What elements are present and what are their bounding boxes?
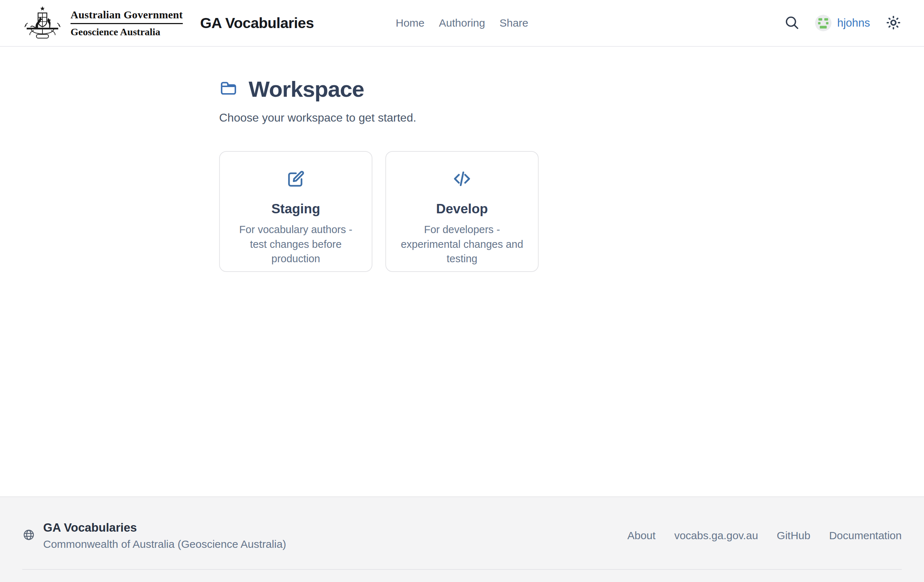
- footer-subtitle: Commonwealth of Australia (Geoscience Au…: [43, 538, 286, 550]
- footer-link-github[interactable]: GitHub: [777, 529, 810, 542]
- card-develop[interactable]: Develop For developers - experimental ch…: [385, 151, 539, 272]
- australian-coat-of-arms-icon: [22, 5, 63, 41]
- identicon-avatar: [815, 15, 832, 31]
- sun-icon: [885, 15, 902, 32]
- footer-link-about[interactable]: About: [627, 529, 655, 542]
- card-description: For developers - experimental changes an…: [398, 222, 526, 266]
- government-lockup: Australian Government Geoscience Austral…: [71, 9, 183, 37]
- page-footer: GA Vocabularies Commonwealth of Australi…: [0, 496, 924, 582]
- lockup-line1: Australian Government: [71, 9, 183, 24]
- nav-authoring[interactable]: Authoring: [439, 17, 485, 29]
- edit-pencil-square-icon: [231, 168, 361, 189]
- page-subtitle: Choose your workspace to get started.: [219, 111, 705, 124]
- footer-divider: [22, 569, 902, 570]
- search-icon: [784, 15, 800, 32]
- card-staging[interactable]: Staging For vocabulary authors - test ch…: [219, 151, 373, 272]
- footer-link-documentation[interactable]: Documentation: [829, 529, 902, 542]
- workspace-cards: Staging For vocabulary authors - test ch…: [219, 151, 705, 272]
- username[interactable]: hjohns: [837, 16, 870, 30]
- code-icon: [397, 168, 527, 189]
- brand-logo[interactable]: Australian Government Geoscience Austral…: [22, 5, 314, 41]
- card-title: Develop: [397, 201, 527, 216]
- search-button[interactable]: [784, 15, 800, 32]
- lockup-line2: Geoscience Australia: [71, 27, 183, 37]
- app-title[interactable]: GA Vocabularies: [200, 15, 314, 32]
- top-header: Australian Government Geoscience Austral…: [0, 0, 924, 47]
- footer-title: GA Vocabularies: [43, 521, 286, 534]
- page-title: Workspace: [249, 76, 364, 102]
- nav-share[interactable]: Share: [500, 17, 528, 29]
- user-menu[interactable]: hjohns: [815, 15, 870, 31]
- main-content: Workspace Choose your workspace to get s…: [0, 47, 924, 496]
- main-nav: Home Authoring Share: [396, 17, 528, 29]
- footer-link-vocabs[interactable]: vocabs.ga.gov.au: [674, 529, 758, 542]
- card-description: For vocabulary authors - test changes be…: [232, 222, 360, 266]
- nav-home[interactable]: Home: [396, 17, 424, 29]
- globe-icon: [22, 528, 35, 543]
- theme-toggle-button[interactable]: [885, 15, 902, 32]
- card-title: Staging: [231, 201, 361, 216]
- header-right: hjohns: [784, 15, 902, 32]
- open-folder-icon: [219, 79, 238, 99]
- footer-links: About vocabs.ga.gov.au GitHub Documentat…: [627, 529, 902, 542]
